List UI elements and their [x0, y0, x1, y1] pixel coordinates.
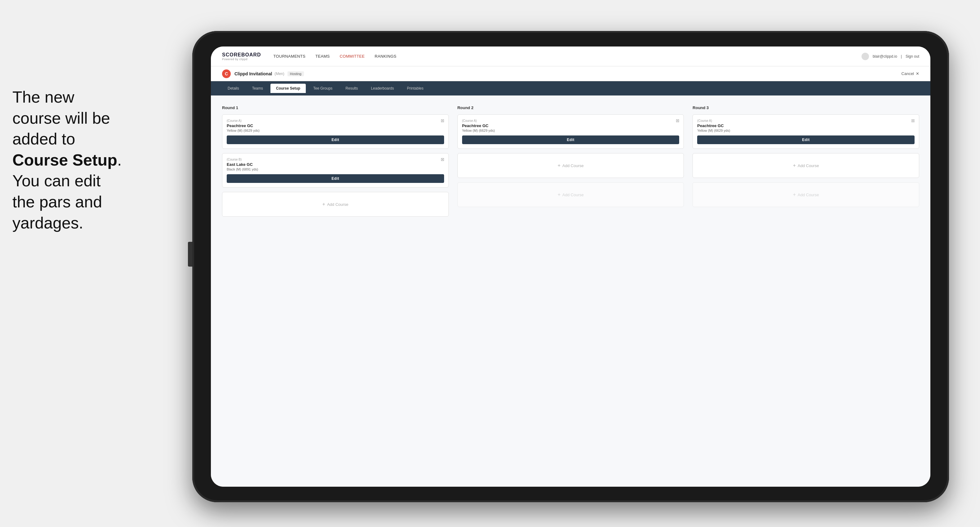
cancel-label: Cancel — [902, 71, 914, 76]
logo-text: SCOREBOARD — [222, 52, 261, 58]
tablet-side-button — [188, 242, 192, 267]
delete-icon-r2-a[interactable]: ⊠ — [675, 118, 681, 123]
annotation-line4-suffix: . — [117, 151, 122, 169]
course-card-r3-a: ⊠ (Course A) Peachtree GC Yellow (M) (66… — [692, 114, 919, 149]
user-avatar — [862, 53, 869, 60]
logo-sub: Powered by clippd — [222, 58, 261, 61]
nav-links: TOURNAMENTS TEAMS COMMITTEE RANKINGS — [274, 54, 862, 59]
delete-icon-r3-a[interactable]: ⊠ — [910, 118, 916, 123]
nav-link-committee[interactable]: COMMITTEE — [340, 54, 365, 59]
round-2-header: Round 2 — [457, 105, 684, 110]
delete-icon-r1-b[interactable]: ⊠ — [440, 157, 445, 162]
course-tee-r2-a: Yellow (M) (6629 yds) — [462, 129, 679, 132]
add-course-r2-1[interactable]: + Add Course — [457, 153, 684, 178]
course-label-r1-b: (Course B) — [227, 158, 444, 161]
annotation-line5: You can edit — [13, 172, 100, 190]
add-course-label-r1-1: Add Course — [327, 202, 348, 207]
nav-link-rankings[interactable]: RANKINGS — [375, 54, 396, 59]
course-name-r1-b: East Lake GC — [227, 162, 444, 167]
tournament-gender: (Men) — [274, 71, 284, 76]
tournament-name: Clippd Invitational — [234, 71, 272, 76]
add-course-label-r2-2: Add Course — [562, 192, 584, 197]
tab-teams[interactable]: Teams — [247, 84, 269, 93]
delete-icon-r1-a[interactable]: ⊠ — [440, 118, 445, 123]
close-icon: ✕ — [916, 71, 919, 76]
rounds-grid: Round 1 ⊠ (Course A) Peachtree GC Yellow… — [222, 105, 919, 221]
screen: SCOREBOARD Powered by clippd TOURNAMENTS… — [211, 46, 931, 487]
logo-area: SCOREBOARD Powered by clippd — [222, 52, 261, 61]
nav-link-teams[interactable]: TEAMS — [315, 54, 330, 59]
course-label-r2-a: (Course A) — [462, 119, 679, 122]
sign-out-link[interactable]: Sign out — [905, 54, 919, 59]
add-course-r3-2: + Add Course — [692, 182, 919, 207]
course-name-r1-a: Peachtree GC — [227, 123, 444, 128]
annotation-line7: yardages. — [13, 214, 83, 232]
round-3-header: Round 3 — [692, 105, 919, 110]
annotation-line2: course will be — [13, 109, 110, 127]
tournament-bar: C Clippd Invitational (Men) Hosting Canc… — [211, 66, 931, 81]
course-card-r2-a: ⊠ (Course A) Peachtree GC Yellow (M) (66… — [457, 114, 684, 149]
tab-printables[interactable]: Printables — [401, 84, 429, 93]
main-content: Round 1 ⊠ (Course A) Peachtree GC Yellow… — [211, 95, 931, 487]
hosting-badge: Hosting — [288, 71, 304, 76]
plus-icon-r3-1: + — [793, 163, 796, 168]
edit-button-r3-a[interactable]: Edit — [697, 135, 915, 144]
tab-results[interactable]: Results — [340, 84, 363, 93]
tabs-bar: Details Teams Course Setup Tee Groups Re… — [211, 81, 931, 95]
tab-details[interactable]: Details — [222, 84, 245, 93]
tab-leaderboards[interactable]: Leaderboards — [365, 84, 399, 93]
add-course-r2-2: + Add Course — [457, 182, 684, 207]
edit-button-r1-b[interactable]: Edit — [227, 174, 444, 183]
plus-icon-r2-2: + — [558, 192, 560, 197]
tab-course-setup[interactable]: Course Setup — [270, 84, 306, 93]
separator: | — [901, 54, 902, 59]
course-name-r2-a: Peachtree GC — [462, 123, 679, 128]
add-course-label-r3-2: Add Course — [798, 192, 819, 197]
cancel-button[interactable]: Cancel ✕ — [902, 71, 919, 76]
edit-button-r1-a[interactable]: Edit — [227, 135, 444, 144]
annotation-left: The new course will be added to Course S… — [13, 87, 192, 233]
add-course-r1-1[interactable]: + Add Course — [222, 192, 449, 217]
annotation-line6: the pars and — [13, 193, 102, 211]
nav-link-tournaments[interactable]: TOURNAMENTS — [274, 54, 305, 59]
tab-tee-groups[interactable]: Tee Groups — [308, 84, 338, 93]
nav-right: blair@clippd.io | Sign out — [862, 53, 919, 60]
edit-button-r2-a[interactable]: Edit — [462, 135, 679, 144]
round-3-column: Round 3 ⊠ (Course A) Peachtree GC Yellow… — [692, 105, 919, 221]
round-2-column: Round 2 ⊠ (Course A) Peachtree GC Yellow… — [457, 105, 684, 221]
round-1-column: Round 1 ⊠ (Course A) Peachtree GC Yellow… — [222, 105, 449, 221]
course-card-r1-b: ⊠ (Course B) East Lake GC Black (M) (689… — [222, 153, 449, 187]
course-tee-r3-a: Yellow (M) (6629 yds) — [697, 129, 915, 132]
plus-icon-r2-1: + — [558, 163, 560, 168]
plus-icon-r1-1: + — [322, 202, 325, 207]
top-nav: SCOREBOARD Powered by clippd TOURNAMENTS… — [211, 46, 931, 66]
plus-icon-r3-2: + — [793, 192, 796, 197]
course-label-r3-a: (Course A) — [697, 119, 915, 122]
course-tee-r1-b: Black (M) (6891 yds) — [227, 167, 444, 171]
annotation-line1: The new — [13, 88, 74, 106]
add-course-label-r3-1: Add Course — [798, 163, 819, 168]
round-1-header: Round 1 — [222, 105, 449, 110]
course-name-r3-a: Peachtree GC — [697, 123, 915, 128]
tablet-shell: SCOREBOARD Powered by clippd TOURNAMENTS… — [192, 31, 949, 502]
course-card-r1-a: ⊠ (Course A) Peachtree GC Yellow (M) (66… — [222, 114, 449, 149]
annotation-line3: added to — [13, 130, 75, 148]
tournament-logo: C — [222, 70, 231, 78]
add-course-r3-1[interactable]: + Add Course — [692, 153, 919, 178]
course-label-r1-a: (Course A) — [227, 119, 444, 122]
add-course-label-r2-1: Add Course — [562, 163, 584, 168]
course-tee-r1-a: Yellow (M) (6629 yds) — [227, 129, 444, 132]
annotation-line4: Course Setup — [13, 151, 117, 169]
user-email: blair@clippd.io — [873, 54, 897, 59]
